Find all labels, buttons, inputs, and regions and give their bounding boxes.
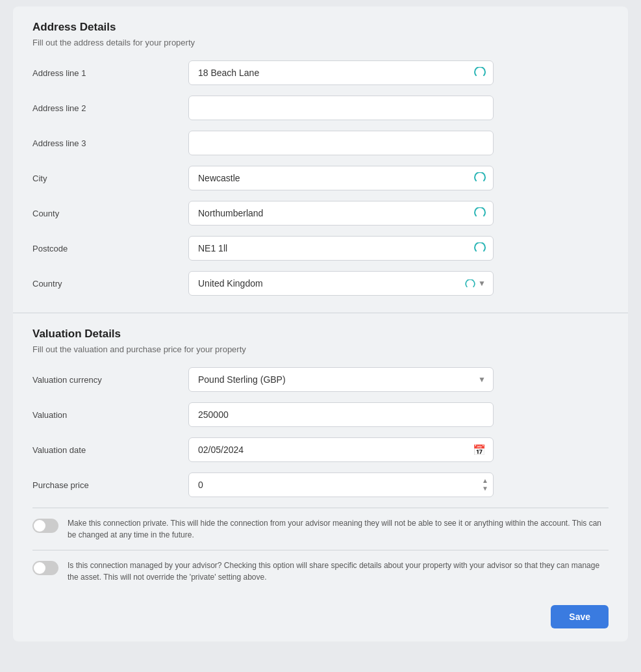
private-toggle[interactable]: [32, 519, 58, 533]
address-line1-input[interactable]: [188, 60, 494, 85]
valuation-section: Valuation Details Fill out the valuation…: [13, 313, 628, 641]
valuation-date-row: Valuation date 📅: [32, 437, 609, 462]
city-label: City: [32, 174, 188, 183]
address-line2-row: Address line 2: [32, 96, 609, 120]
address-line1-wrap: [188, 60, 494, 85]
valuation-row: Valuation: [32, 402, 609, 427]
country-select[interactable]: United Kingdom United States Ireland Aus…: [188, 271, 494, 296]
postcode-label: Postcode: [32, 244, 188, 253]
private-toggle-label: Make this connection private. This will …: [68, 517, 609, 541]
country-label: Country: [32, 279, 188, 289]
purchase-price-label: Purchase price: [32, 480, 188, 490]
city-row: City: [32, 166, 609, 190]
county-row: County: [32, 201, 609, 226]
currency-select[interactable]: Pound Sterling (GBP) US Dollar (USD) Eur…: [188, 367, 494, 392]
valuation-label: Valuation: [32, 410, 188, 420]
address-line3-wrap: [188, 131, 494, 155]
country-wrap: United Kingdom United States Ireland Aus…: [188, 271, 494, 296]
city-input[interactable]: [188, 166, 494, 190]
address-section: Address Details Fill out the address det…: [13, 6, 628, 313]
advisor-toggle-label: Is this connection managed by your advis…: [68, 560, 609, 583]
currency-wrap: Pound Sterling (GBP) US Dollar (USD) Eur…: [188, 367, 494, 392]
valuation-date-input[interactable]: [188, 437, 494, 462]
address-line1-row: Address line 1: [32, 60, 609, 85]
address-line2-wrap: [188, 96, 494, 120]
purchase-price-row: Purchase price ▲ ▼: [32, 472, 609, 497]
currency-label: Valuation currency: [32, 375, 188, 385]
valuation-subtitle: Fill out the valuation and purchase pric…: [32, 344, 609, 354]
currency-row: Valuation currency Pound Sterling (GBP) …: [32, 367, 609, 392]
purchase-price-spinners: ▲ ▼: [482, 478, 488, 492]
county-input[interactable]: [188, 201, 494, 226]
valuation-input[interactable]: [188, 402, 494, 427]
address-line3-input[interactable]: [188, 131, 494, 155]
advisor-toggle[interactable]: [32, 561, 58, 575]
purchase-price-down[interactable]: ▼: [482, 485, 488, 492]
address-line1-label: Address line 1: [32, 68, 188, 78]
address-line2-label: Address line 2: [32, 103, 188, 113]
address-title: Address Details: [32, 21, 609, 34]
address-line2-input[interactable]: [188, 96, 494, 120]
postcode-wrap: [188, 236, 494, 261]
advisor-toggle-row: Is this connection managed by your advis…: [32, 550, 609, 592]
county-wrap: [188, 201, 494, 226]
purchase-price-up[interactable]: ▲: [482, 478, 488, 484]
county-label: County: [32, 209, 188, 218]
valuation-title: Valuation Details: [32, 328, 609, 341]
postcode-row: Postcode: [32, 236, 609, 261]
valuation-date-wrap: 📅: [188, 437, 494, 462]
save-button[interactable]: Save: [551, 605, 609, 628]
country-row: Country United Kingdom United States Ire…: [32, 271, 609, 296]
address-subtitle: Fill out the address details for your pr…: [32, 38, 609, 47]
valuation-wrap: [188, 402, 494, 427]
address-line3-label: Address line 3: [32, 138, 188, 148]
purchase-price-input[interactable]: [188, 472, 494, 497]
address-line3-row: Address line 3: [32, 131, 609, 155]
private-toggle-row: Make this connection private. This will …: [32, 508, 609, 550]
purchase-price-wrap: ▲ ▼: [188, 472, 494, 497]
city-wrap: [188, 166, 494, 190]
postcode-input[interactable]: [188, 236, 494, 261]
valuation-date-label: Valuation date: [32, 445, 188, 455]
